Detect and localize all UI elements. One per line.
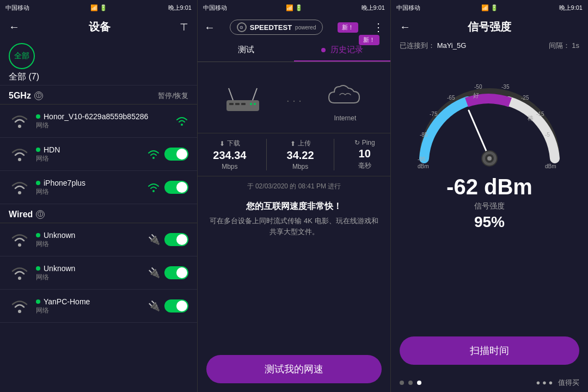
device-right-hdn <box>147 148 188 161</box>
tab-history[interactable]: 历史记录 新！ <box>294 39 390 62</box>
carrier-2: 中国移动 <box>203 4 227 12</box>
nav-dot-1 <box>400 381 404 385</box>
toggle-iphone[interactable] <box>164 181 188 194</box>
device-item-unknown1: Unknown 网络 🔌 <box>0 223 197 256</box>
router-icon <box>221 84 265 117</box>
device-wired-icon-2 <box>9 262 30 284</box>
device-right-iphone <box>147 181 188 194</box>
ping-unit: 毫秒 <box>358 161 371 170</box>
svg-line-15 <box>229 88 233 100</box>
speedtest-logo-text: SPEEDTEST <box>250 23 292 32</box>
test-time: 于 02/03/2020 的 08:41 PM 进行 <box>198 176 390 197</box>
ethernet-icon-2: 🔌 <box>148 267 160 279</box>
device-type-hdn: 网络 <box>36 154 147 163</box>
stat-divider-2 <box>334 139 334 170</box>
upload-value: 34.22 <box>287 149 314 162</box>
ethernet-icon-1: 🔌 <box>148 234 160 246</box>
section-5ghz-header: 5GHz ⓘ 暂停/恢复 <box>0 85 197 105</box>
nav-dot-3 <box>417 381 421 385</box>
device-info-yanpc: YanPC-Home 网络 <box>36 297 148 315</box>
signal-header: ← 信号强度 <box>391 15 588 39</box>
internet-label: Internet <box>334 114 357 122</box>
upload-label: 上传 <box>298 139 311 148</box>
svg-point-2 <box>18 158 21 161</box>
panel-signal-strength: 中国移动 📶 🔋 晚上9:01 ← 信号强度 已连接到： MaYi_5G 间隔：… <box>391 0 588 392</box>
upload-unit: Mbps <box>292 163 308 170</box>
device-info-unknown1: Unknown 网络 <box>36 231 148 249</box>
pause-resume-action[interactable]: 暂停/恢复 <box>158 91 188 101</box>
svg-point-4 <box>18 191 21 194</box>
carrier-3: 中国移动 <box>396 4 420 12</box>
stat-divider-1 <box>266 139 267 170</box>
info-icon-5ghz[interactable]: ⓘ <box>34 91 43 100</box>
toggle-hdn[interactable] <box>164 148 188 161</box>
stat-download: ⬇ 下载 234.34 Mbps <box>213 139 246 170</box>
svg-point-33 <box>487 156 492 161</box>
svg-point-7 <box>18 277 21 280</box>
carrier-1: 中国移动 <box>5 4 29 12</box>
device-item-yanpc: YanPC-Home 网络 🔌 <box>0 290 197 323</box>
device-right-honor <box>175 116 188 126</box>
ping-value: 10 <box>359 148 371 160</box>
svg-text:-5: -5 <box>545 132 550 138</box>
panel-speedtest: 中国移动 📶 🔋 晚上9:01 ← ⊙ SPEEDTEST powered 新！… <box>197 0 391 392</box>
svg-text:-50: -50 <box>474 84 482 90</box>
tab-dot-history <box>321 48 326 52</box>
back-button-2[interactable]: ← <box>204 21 215 34</box>
device-right-unknown1: 🔌 <box>148 233 188 246</box>
page-title-1: 设备 <box>89 20 111 34</box>
svg-text:-65: -65 <box>447 95 455 101</box>
more-options-icon[interactable]: ⋮ <box>373 21 384 34</box>
all-badge[interactable]: 全部 <box>9 43 35 69</box>
router-svg <box>221 84 265 117</box>
ethernet-icon-3: 🔌 <box>148 300 160 312</box>
device-item-unknown2: Unknown 网络 🔌 <box>0 256 197 290</box>
device-name-hdn: HDN <box>44 145 60 154</box>
status-dot-unknown1 <box>36 233 40 237</box>
all-section: 全部 全部 (7) <box>0 39 197 85</box>
status-dot-yanpc <box>36 299 40 304</box>
cloud-svg <box>323 78 367 111</box>
wifi-signal-honor <box>175 116 188 126</box>
connected-info: 已连接到： MaYi_5G 间隔： 1s <box>391 39 588 55</box>
stat-ping: ↻ Ping 10 毫秒 <box>354 139 375 170</box>
signal-percent-value: 95% <box>391 213 588 231</box>
section-5ghz-title: 5GHz <box>9 91 31 101</box>
device-info-honor: Honor_V10-6229a8559b85286 网络 <box>36 112 175 130</box>
connected-ssid: MaYi_5G <box>437 41 467 50</box>
status-bar-3: 中国移动 📶 🔋 晚上9:01 <box>391 0 588 15</box>
gauge-svg: -95 -85 -75 -65 -50 -35 -25 -15 -5 dBm d… <box>408 66 571 175</box>
test-my-network-button[interactable]: 测试我的网速 <box>206 355 382 383</box>
svg-point-8 <box>18 310 21 313</box>
info-icon-wired[interactable]: ⓘ <box>36 210 45 219</box>
time-3: 晚上9:01 <box>559 4 583 12</box>
device-type-yanpc: 网络 <box>36 306 148 315</box>
device-info-unknown2: Unknown 网络 <box>36 264 148 282</box>
device-info-iphone: iPhone7plus 网络 <box>36 179 147 197</box>
device-item-iphone7plus: iPhone7plus 网络 <box>0 171 197 204</box>
toggle-unknown2[interactable] <box>164 266 188 279</box>
svg-text:dBm: dBm <box>545 163 556 169</box>
signal-label-text: 信号强度 <box>391 201 588 211</box>
scan-time-button[interactable]: 扫描时间 <box>400 336 579 365</box>
back-button-1[interactable]: ← <box>9 21 20 33</box>
ping-icon: ↻ <box>354 139 360 146</box>
time-2: 晚上9:01 <box>362 4 385 12</box>
device-info-hdn: HDN 网络 <box>36 145 147 163</box>
back-button-3[interactable]: ← <box>400 21 411 33</box>
tab-test[interactable]: 测试 <box>198 39 294 62</box>
toggle-unknown1[interactable] <box>164 233 188 246</box>
svg-text:-35: -35 <box>501 84 510 90</box>
svg-text:-15: -15 <box>536 111 544 117</box>
device-item-hdn: HDN 网络 <box>0 138 197 171</box>
devices-header: ← 设备 ⊤ <box>0 15 197 39</box>
speed-stats: ⬇ 下载 234.34 Mbps ⬆ 上传 34.22 Mbps ↻ Ping … <box>198 133 390 176</box>
speedtest-tabs: 测试 历史记录 新！ <box>198 39 390 62</box>
device-name-honor: Honor_V10-6229a8559b85286 <box>44 112 148 121</box>
filter-icon[interactable]: ⊤ <box>180 21 188 33</box>
download-icon: ⬇ <box>219 140 225 148</box>
status-icons-2: 📶 🔋 <box>286 4 303 11</box>
toggle-yanpc[interactable] <box>164 299 188 313</box>
status-bar-2: 中国移动 📶 🔋 晚上9:01 <box>198 0 390 15</box>
svg-point-0 <box>18 125 21 128</box>
